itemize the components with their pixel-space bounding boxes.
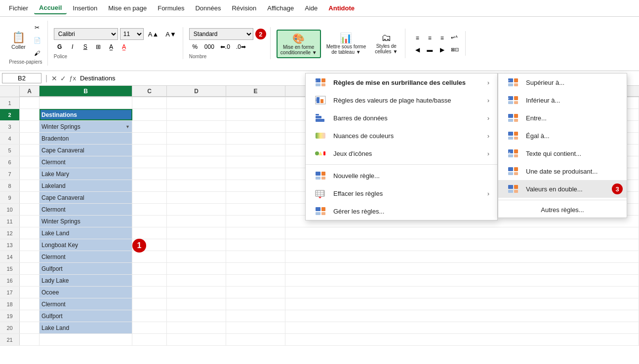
align-top-left[interactable]: ≡: [411, 32, 423, 44]
row-number[interactable]: 18: [0, 298, 20, 310]
cell-D17[interactable]: [167, 287, 226, 298]
cell-A3[interactable]: [20, 121, 40, 132]
row-number[interactable]: 4: [0, 133, 20, 144]
font-family-select[interactable]: Calibri: [54, 28, 118, 40]
row-number[interactable]: 9: [0, 192, 20, 203]
cell-A10[interactable]: [20, 204, 40, 215]
cell-A4[interactable]: [20, 133, 40, 144]
cell-E15[interactable]: [226, 263, 285, 274]
cell-D14[interactable]: [167, 251, 226, 262]
row-number[interactable]: 20: [0, 322, 20, 333]
row-number[interactable]: 17: [0, 287, 20, 298]
cell-E13[interactable]: [226, 239, 285, 251]
cell-B5[interactable]: Cape Canaveral: [40, 145, 132, 156]
cell-B10[interactable]: Clermont: [40, 204, 132, 215]
cell-C7[interactable]: [132, 168, 167, 180]
cell-D8[interactable]: [167, 180, 226, 191]
cell-C12[interactable]: [132, 227, 167, 239]
cell-A12[interactable]: [20, 227, 40, 239]
cell-E3[interactable]: [226, 121, 285, 132]
cell-A2[interactable]: [20, 109, 40, 120]
cell-D10[interactable]: [167, 204, 226, 215]
row-number[interactable]: 2: [0, 109, 20, 120]
menu-aide[interactable]: Aide: [300, 2, 322, 14]
cell-B17[interactable]: Ocoee: [40, 287, 132, 298]
align-top-center[interactable]: ≡: [424, 32, 436, 44]
menu-fichier[interactable]: Fichier: [4, 2, 33, 14]
cancel-formula-icon[interactable]: ✕: [51, 74, 57, 82]
row-number[interactable]: 19: [0, 310, 20, 322]
cell-D13[interactable]: [167, 239, 226, 251]
cell-C19[interactable]: [132, 310, 167, 322]
cell-A18[interactable]: [20, 298, 40, 310]
cell-C2[interactable]: [132, 109, 167, 120]
menu-mise-en-page[interactable]: Mise en page: [103, 2, 152, 14]
cell-A21[interactable]: [20, 334, 40, 345]
table-format-button[interactable]: 📊 Mettre sous forme de tableau ▼: [323, 30, 370, 57]
align-center[interactable]: ▬: [424, 44, 436, 56]
cell-D18[interactable]: [167, 298, 226, 310]
cell-E20[interactable]: [226, 322, 285, 333]
cell-A19[interactable]: [20, 310, 40, 322]
cell-C4[interactable]: [132, 133, 167, 144]
cell-E10[interactable]: [226, 204, 285, 215]
row-number[interactable]: 3: [0, 121, 20, 132]
cell-D11[interactable]: [167, 216, 226, 227]
cell-B12[interactable]: Lake Land: [40, 227, 132, 239]
cut-button[interactable]: ✂: [31, 22, 43, 34]
cell-D21[interactable]: [167, 334, 226, 345]
date-occurring-item[interactable]: Une date se produisant...: [498, 162, 627, 180]
menu-donnees[interactable]: Données: [190, 2, 226, 14]
italic-button[interactable]: I: [67, 41, 79, 53]
row-number[interactable]: 11: [0, 216, 20, 227]
row-number[interactable]: 1: [0, 97, 20, 109]
row-number[interactable]: 14: [0, 251, 20, 262]
cell-A15[interactable]: [20, 263, 40, 274]
cell-B11[interactable]: Winter Springs: [40, 216, 132, 227]
confirm-formula-icon[interactable]: ✓: [60, 74, 66, 82]
cell-A11[interactable]: [20, 216, 40, 227]
cell-E4[interactable]: [226, 133, 285, 144]
cell-D15[interactable]: [167, 263, 226, 274]
color-scales-item[interactable]: Nuances de couleurs ›: [306, 127, 497, 145]
copy-button[interactable]: 📄: [31, 35, 43, 46]
cell-C18[interactable]: [132, 298, 167, 310]
cell-D3[interactable]: [167, 121, 226, 132]
col-header-D[interactable]: D: [167, 86, 226, 97]
cell-A13[interactable]: [20, 239, 40, 251]
equal-to-item[interactable]: Égal à...: [498, 127, 627, 145]
new-rule-item[interactable]: Nouvelle règle...: [306, 167, 497, 184]
row-number[interactable]: 12: [0, 227, 20, 239]
cell-B20[interactable]: Lake Land: [40, 322, 132, 333]
col-header-E[interactable]: E: [226, 86, 285, 97]
menu-accueil[interactable]: Accueil: [34, 2, 67, 14]
cell-E17[interactable]: [226, 287, 285, 298]
percent-button[interactable]: %: [189, 41, 201, 53]
cell-B8[interactable]: Lakeland: [40, 180, 132, 191]
cell-B21[interactable]: [40, 334, 132, 345]
cell-C16[interactable]: [132, 275, 167, 286]
cell-E21[interactable]: [226, 334, 285, 345]
cell-D12[interactable]: [167, 227, 226, 239]
underline-button[interactable]: S: [80, 41, 91, 53]
row-number[interactable]: 16: [0, 275, 20, 286]
cell-B9[interactable]: Cape Canaveral: [40, 192, 132, 203]
cell-D2[interactable]: [167, 109, 226, 120]
col-header-A[interactable]: A: [20, 86, 40, 97]
font-size-select[interactable]: 11: [120, 28, 144, 40]
col-header-B[interactable]: B: [40, 86, 132, 97]
cell-E14[interactable]: [226, 251, 285, 262]
cell-B15[interactable]: Gulfport: [40, 263, 132, 274]
cell-A16[interactable]: [20, 275, 40, 286]
highlight-rules-submenu[interactable]: > Supérieur à... < Inférieur à...: [498, 73, 627, 218]
other-rules-item[interactable]: Autres règles...: [498, 202, 627, 218]
conditional-format-dropdown[interactable]: < Règles de mise en surbrillance des cel…: [305, 73, 498, 220]
coller-button[interactable]: 📋 Coller: [8, 29, 29, 52]
cell-B2[interactable]: Destinations: [40, 109, 132, 120]
cell-A9[interactable]: [20, 192, 40, 203]
duplicate-values-item[interactable]: Valeurs en double... 3: [498, 180, 627, 198]
conditional-format-button[interactable]: 🎨 Mise en forme conditionnelle ▼: [277, 30, 321, 58]
cell-E2[interactable]: [226, 109, 285, 120]
font-color-button[interactable]: A̲: [118, 41, 130, 53]
cell-C11[interactable]: [132, 216, 167, 227]
